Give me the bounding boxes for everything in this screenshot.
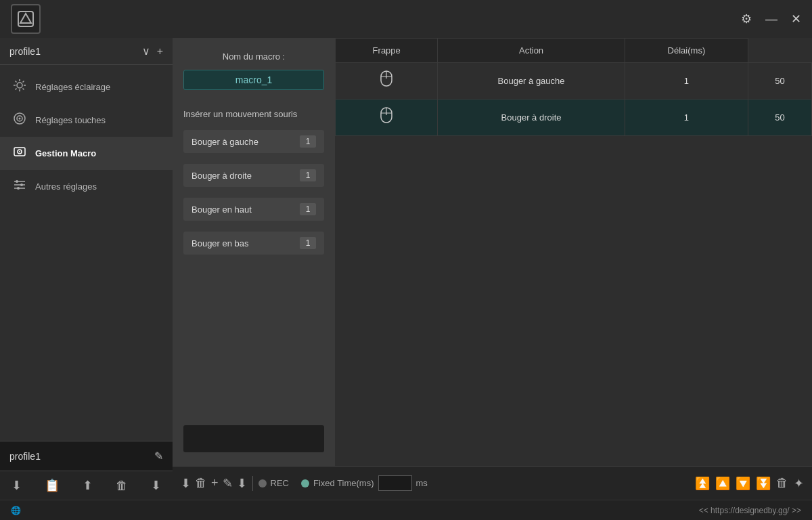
svg-point-21: [20, 183, 23, 186]
dropdown-icon[interactable]: ∨: [142, 45, 150, 58]
delete-row-icon[interactable]: 🗑: [776, 476, 788, 490]
close-icon[interactable]: ✕: [791, 12, 801, 26]
cell-value: 1: [625, 63, 748, 100]
move-down-row-icon[interactable]: 🔽: [736, 476, 750, 491]
move-up-button[interactable]: Bouger en haut 1: [183, 198, 324, 221]
profile-name-top: profile1: [9, 46, 41, 57]
move-down-count: 1: [300, 237, 316, 249]
col-header-action: Action: [438, 39, 625, 63]
macro-table: Frappe Action Délai(ms) Bouger à gauche1…: [335, 38, 812, 136]
svg-line-9: [23, 81, 24, 83]
rec-label[interactable]: REC: [271, 478, 289, 488]
content-area: Nom du macro : macro_1 Insérer un mouvem…: [173, 38, 812, 500]
svg-line-8: [23, 89, 24, 90]
settings-sliders-icon: [12, 178, 27, 195]
cell-action: Bouger à droite: [438, 100, 625, 136]
ms-label: ms: [416, 478, 428, 488]
titlebar: ⚙ — ✕: [0, 0, 812, 38]
table-row[interactable]: Bouger à droite150: [336, 100, 812, 136]
sidebar: profile1 ∨ +: [0, 38, 173, 500]
active-profile-name: profile1: [9, 451, 41, 462]
sidebar-toolbar: ⬇ 📋 ⬆ 🗑 ⬇: [0, 471, 173, 500]
import-icon[interactable]: ⬇: [12, 478, 22, 493]
macro-icon: [12, 145, 27, 162]
edit-profile-icon[interactable]: ✎: [154, 450, 163, 462]
sidebar-item-macro[interactable]: Gestion Macro: [0, 137, 173, 170]
macro-name-label: Nom du macro :: [183, 51, 324, 62]
randomize-icon[interactable]: ✦: [794, 476, 804, 491]
globe-icon: 🌐: [11, 506, 21, 515]
move-right-button[interactable]: Bouger à droite 1: [183, 164, 324, 187]
move-down-label: Bouger en bas: [191, 238, 249, 248]
download-icon[interactable]: ⬇: [151, 478, 161, 493]
cell-value: 1: [625, 100, 748, 136]
keyboard-icon: [12, 112, 27, 129]
table-row[interactable]: Bouger à gauche150: [336, 63, 812, 100]
macro-dark-box: [183, 425, 324, 452]
profile-actions: ∨ +: [142, 45, 163, 58]
move-left-count: 1: [300, 135, 316, 148]
copy-icon[interactable]: 📋: [45, 478, 60, 493]
move-left-label: Bouger à gauche: [191, 137, 258, 147]
svg-line-7: [16, 81, 17, 83]
cell-icon: [336, 63, 438, 100]
minimize-icon[interactable]: —: [765, 12, 777, 26]
export-macro-icon[interactable]: ⬇: [237, 476, 247, 491]
sidebar-label-autres: Autres réglages: [35, 181, 97, 192]
col-header-frappe: Frappe: [336, 39, 438, 63]
macro-table-area: Frappe Action Délai(ms) Bouger à gauche1…: [335, 38, 812, 466]
svg-point-20: [16, 180, 18, 183]
light-icon: [12, 79, 27, 95]
sidebar-label-eclairage: Réglages éclairage: [35, 82, 110, 92]
fixed-time-label[interactable]: Fixed Time(ms): [313, 478, 374, 488]
svg-point-2: [17, 83, 22, 88]
move-left-button[interactable]: Bouger à gauche 1: [183, 130, 324, 153]
move-right-label: Bouger à droite: [191, 171, 252, 181]
macro-name-value[interactable]: macro_1: [183, 70, 324, 90]
macro-controls: Nom du macro : macro_1 Insérer un mouvem…: [173, 38, 335, 466]
app-logo: [11, 4, 41, 34]
window-controls: ⚙ — ✕: [741, 12, 801, 26]
settings-icon[interactable]: ⚙: [741, 12, 752, 26]
main-layout: profile1 ∨ +: [0, 38, 812, 500]
delete-macro-icon[interactable]: 🗑: [195, 476, 207, 490]
statusbar-url: << https://designedby.gg/ >>: [699, 506, 801, 515]
sidebar-label-touches: Réglages touches: [35, 115, 106, 125]
active-profile: profile1 ✎: [0, 441, 173, 471]
sidebar-item-eclairage[interactable]: Réglages éclairage: [0, 70, 173, 104]
move-right-count: 1: [300, 169, 316, 181]
export-icon[interactable]: ⬆: [83, 478, 93, 493]
add-profile-icon[interactable]: +: [157, 45, 163, 58]
arrange-icons: ⏫ 🔼 🔽 ⏬ 🗑 ✦: [695, 476, 804, 491]
delete-icon[interactable]: 🗑: [116, 479, 128, 493]
macro-panel: Nom du macro : macro_1 Insérer un mouvem…: [173, 38, 812, 466]
cell-delay: 50: [748, 63, 812, 100]
move-up-row-icon[interactable]: 🔼: [715, 476, 730, 491]
statusbar: 🌐 << https://designedby.gg/ >>: [0, 500, 812, 520]
profile-selector: profile1 ∨ +: [0, 38, 173, 65]
ms-input[interactable]: [378, 475, 412, 491]
cell-delay: 50: [748, 100, 812, 136]
svg-point-13: [19, 118, 21, 120]
sidebar-item-touches[interactable]: Réglages touches: [0, 104, 173, 137]
sidebar-item-autres[interactable]: Autres réglages: [0, 170, 173, 203]
import-macro-icon[interactable]: ⬇: [181, 476, 191, 491]
sidebar-label-macro: Gestion Macro: [35, 148, 96, 158]
move-up-count: 1: [300, 203, 316, 215]
sidebar-nav: Réglages éclairage Réglages touches: [0, 65, 173, 441]
col-header-delay: Délai(ms): [625, 39, 748, 63]
rec-dot: [258, 479, 267, 488]
move-down-button[interactable]: Bouger en bas 1: [183, 232, 324, 255]
svg-line-10: [16, 89, 17, 90]
cell-action: Bouger à gauche: [438, 63, 625, 100]
move-up-label: Bouger en haut: [191, 204, 252, 215]
add-macro-icon[interactable]: +: [211, 476, 219, 490]
edit-macro-icon[interactable]: ✎: [223, 476, 233, 491]
macro-action-icons: ⬇ 🗑 + ✎ ⬇: [181, 476, 253, 491]
cell-icon: [336, 100, 438, 136]
move-bottom-icon[interactable]: ⏬: [756, 476, 771, 491]
move-top-icon[interactable]: ⏫: [695, 476, 710, 491]
statusbar-left: 🌐: [11, 506, 21, 515]
rec-area: REC: [258, 478, 289, 488]
bottom-toolbar: ⬇ 🗑 + ✎ ⬇ REC Fixed Time(ms) ms ⏫ 🔼 🔽: [173, 466, 812, 500]
